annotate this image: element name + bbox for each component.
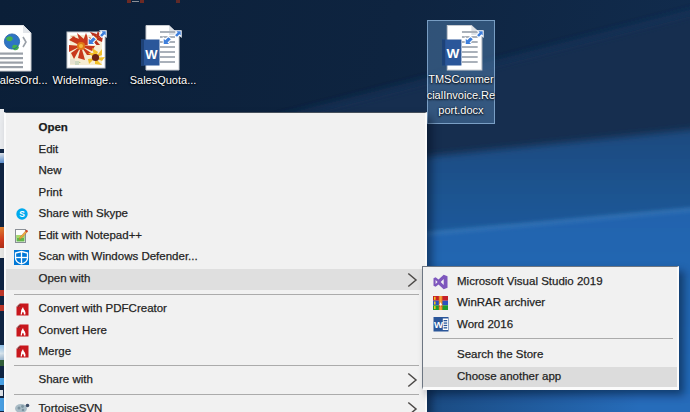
svg-text:W: W (446, 47, 459, 62)
svg-text:W: W (145, 47, 158, 62)
svg-text:W: W (433, 319, 442, 330)
svg-text:S: S (19, 209, 25, 219)
